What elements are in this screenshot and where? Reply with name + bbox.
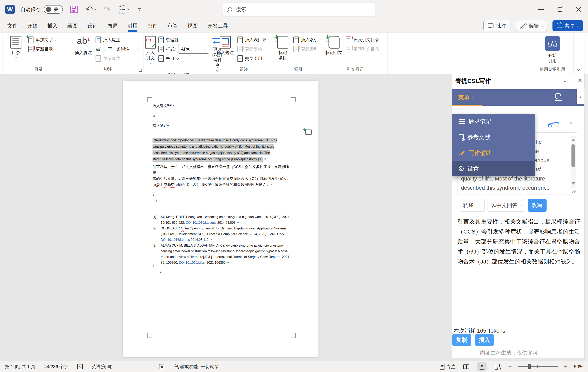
doi-link[interactable]: DOI:10.1016/j.tplants (186, 221, 216, 224)
tab-design[interactable]: 设计 (87, 19, 98, 33)
comment-anchor-icon[interactable] (305, 130, 312, 135)
mark-entry-button[interactable]: 标记 条目 (275, 35, 291, 65)
update-index-icon (293, 46, 299, 52)
print-layout-button[interactable] (477, 362, 486, 371)
update-toa-button: 更新引文目录 (344, 44, 381, 54)
numbering-quick-icon[interactable]: 1 a i (119, 4, 125, 14)
language-indicator[interactable]: 英语(美国) (92, 364, 113, 370)
pane-side-collapse-button[interactable] (577, 89, 584, 104)
zoom-in-button[interactable]: + (564, 364, 567, 370)
web-layout-icon (495, 364, 500, 370)
add-text-icon (28, 37, 33, 43)
insert-citation-button[interactable]: 插入引文 (145, 35, 156, 71)
insert-endnote-button[interactable]: 插入尾注 (94, 35, 140, 44)
menu-item-references[interactable]: 参考文献 (452, 129, 535, 145)
language-select[interactable]: 以中文回答 (488, 199, 525, 212)
tab-draw[interactable]: 绘图 (67, 19, 78, 33)
autosave-toggle[interactable]: 关 (44, 5, 63, 14)
toc-button[interactable]: 目录 (6, 35, 26, 65)
accessibility-status[interactable]: 辅助功能: 一切就绪 (173, 364, 219, 370)
insert-index-button[interactable]: 插入索引 (292, 35, 320, 44)
style-label: 样式: (166, 46, 176, 52)
menu-item-settings[interactable]: 设置 (452, 161, 535, 176)
menu-button[interactable]: 菜单 (458, 89, 474, 106)
next-footnote-button[interactable]: ab1→ 下一条脚注 (94, 44, 140, 54)
pane-collapse-chevron-icon[interactable] (564, 80, 567, 82)
focus-label: 专注 (447, 364, 455, 370)
zoom-out-button[interactable]: − (508, 364, 512, 370)
quick-access-overflow-icon[interactable] (138, 8, 141, 11)
menu-item-bibliography-notes[interactable]: 题录笔记 (452, 114, 535, 129)
close-button[interactable] (569, 0, 588, 19)
undo-icon[interactable]: ↶ (86, 5, 93, 14)
insert-footnote-button[interactable]: ab1 插入脚注 (74, 35, 93, 65)
zoom-slider[interactable] (518, 366, 558, 367)
zoom-slider-thumb[interactable] (528, 364, 531, 369)
share-button[interactable]: 共享 (553, 20, 583, 31)
macro-record-icon[interactable] (159, 364, 164, 369)
tab-layout[interactable]: 布局 (107, 19, 118, 33)
web-layout-button[interactable] (493, 362, 502, 371)
tab-insert[interactable]: 插入 (47, 19, 58, 33)
minimize-button[interactable] (532, 0, 550, 19)
word-count[interactable]: 44/236 个字 (44, 364, 68, 370)
bibliography-button[interactable]: 书目 (157, 54, 211, 63)
textarea-resize-handle[interactable] (572, 190, 576, 193)
pane-close-icon[interactable]: × (578, 76, 582, 84)
mark-citation-button[interactable]: 标记引文 (325, 35, 343, 65)
mode-select[interactable]: 转述 (460, 199, 485, 212)
rewrite-result: 引言及其重要性：相关文献指出，糖果棒综合征（CCS）会引发多种症状，显著影响患者… (458, 217, 580, 267)
document-area[interactable]: 插入引文[1,2]↵ ↵ 插入笔记↵ Introduction and impo… (0, 74, 452, 361)
restore-button[interactable] (550, 0, 569, 19)
add-text-label: 添加文字 (36, 37, 53, 43)
doi-link[interactable]: DOI:10.1016/j.procs (161, 238, 190, 241)
footnotes-dialog-launcher-icon[interactable] (139, 69, 142, 72)
undo-chevron-icon[interactable] (95, 8, 97, 10)
tab-view[interactable]: 视图 (188, 19, 198, 33)
search-input[interactable]: 搜索 (223, 3, 375, 16)
zoom-level[interactable]: 60% (574, 364, 584, 370)
tab-scroll-right-icon[interactable] (569, 122, 572, 124)
update-toc-button[interactable]: 更新目录 (27, 44, 58, 54)
tab-review[interactable]: 审阅 (168, 19, 178, 33)
tab-rewrite[interactable]: 改写 (548, 121, 559, 129)
spellcheck-status-icon[interactable] (77, 364, 83, 369)
insert-button[interactable]: 插入 (475, 334, 494, 346)
tab-home[interactable]: 开始 (27, 19, 38, 33)
bibliography-icon (158, 55, 164, 62)
document-page[interactable]: 插入引文[1,2]↵ ↵ 插入笔记↵ Introduction and impo… (123, 80, 318, 357)
insert-toa-button[interactable]: 插入引文目录 (344, 35, 381, 44)
refresh-button[interactable] (555, 93, 562, 102)
style-select[interactable]: APA (178, 45, 209, 54)
manage-sources-button[interactable]: 管理源 (157, 35, 211, 44)
ribbon-tab-row: 文件 开始 插入 绘图 设计 布局 引用 邮件 审阅 视图 开发工具 批注 编辑… (0, 19, 588, 33)
books-icon (459, 119, 465, 124)
collapse-ribbon-button[interactable] (573, 33, 583, 74)
tab-file[interactable]: 文件 (7, 19, 18, 33)
cross-reference-label: 交叉引用 (245, 56, 262, 61)
tab-developer[interactable]: 开发工具 (207, 19, 228, 33)
status-left: 第 1 页, 共 1 页 44/236 个字 英语(美国) 辅助功能: 一切就绪 (5, 364, 219, 370)
tab-mailings[interactable]: 邮件 (147, 19, 158, 33)
scroll-down-icon[interactable] (572, 182, 575, 186)
cross-reference-button[interactable]: 交叉引用 (236, 54, 268, 63)
tab-references[interactable]: 引用 (127, 19, 138, 33)
menu-item-writing-assist[interactable]: 写作辅助 (452, 145, 535, 161)
copy-button[interactable]: 复制 (452, 334, 471, 346)
scroll-thumb[interactable] (571, 144, 575, 167)
save-icon[interactable] (70, 6, 78, 13)
doi-link[interactable]: DOI:10.1016/j.ijscr (179, 261, 206, 264)
add-text-button[interactable]: 添加文字 (27, 35, 58, 44)
textarea-scrollbar[interactable] (571, 136, 576, 188)
rewrite-button[interactable]: 改写 (528, 199, 546, 212)
read-mode-button[interactable] (462, 362, 471, 371)
bibliography-label: 书目 (166, 56, 175, 61)
scroll-up-icon[interactable] (572, 137, 575, 141)
editing-button[interactable]: 编辑 (516, 20, 547, 31)
numbering-chevron-icon[interactable] (127, 8, 129, 10)
start-citation-button[interactable]: 开始 引用 (540, 35, 565, 65)
comments-button[interactable]: 批注 (483, 20, 510, 31)
focus-mode-button[interactable]: 专注 (440, 364, 455, 370)
insert-table-of-figures-button[interactable]: 插入表目录 (236, 35, 268, 44)
page-indicator[interactable]: 第 1 页, 共 1 页 (5, 364, 35, 370)
